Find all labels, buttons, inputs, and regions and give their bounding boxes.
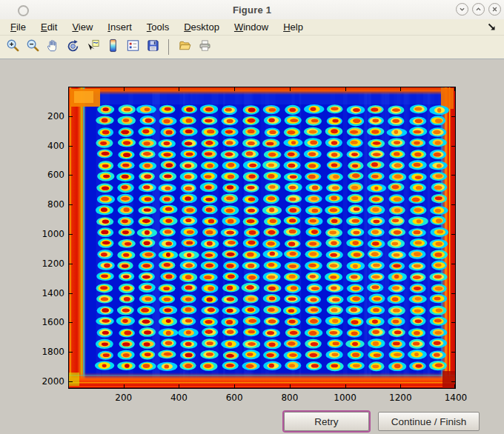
toolbar-separator <box>168 39 169 55</box>
y-tick-label: 1800 <box>26 347 64 357</box>
figure-client-area: 200400600800100012001400 200400600800100… <box>0 59 504 434</box>
chevron-down-icon <box>457 4 467 14</box>
print-figure-icon <box>198 39 212 56</box>
close-icon <box>490 4 500 14</box>
y-tick-label: 200 <box>26 111 64 121</box>
menu-tools[interactable]: Tools <box>139 19 176 35</box>
x-tick-label: 1400 <box>437 393 474 403</box>
figure-toolbar <box>0 36 504 59</box>
x-tick-label: 200 <box>105 393 142 403</box>
y-tick-label: 600 <box>26 170 64 180</box>
data-cursor-button[interactable] <box>84 38 102 57</box>
window-title: Figure 1 <box>0 4 504 16</box>
rotate-3d-icon <box>66 39 80 56</box>
title-bar[interactable]: Figure 1 <box>0 0 504 20</box>
save-figure-icon <box>146 39 160 56</box>
chevron-up-icon <box>474 4 483 14</box>
insert-legend-button[interactable] <box>124 38 142 57</box>
window-menu-icon[interactable] <box>18 5 29 16</box>
y-tick-label: 800 <box>26 199 64 210</box>
zoom-in-button[interactable] <box>4 38 21 57</box>
zoom-out-button[interactable] <box>24 38 42 57</box>
y-tick-label: 1000 <box>26 229 64 239</box>
minimize-button[interactable] <box>456 3 468 16</box>
menu-view[interactable]: View <box>64 19 100 35</box>
x-tick-label: 400 <box>160 393 197 403</box>
zoom-in-icon <box>6 39 20 56</box>
insert-legend-icon <box>126 39 140 56</box>
y-tick-label: 2000 <box>26 376 64 387</box>
continue-finish-button[interactable]: Continue / Finish <box>378 412 480 431</box>
plot-axes <box>68 87 456 389</box>
retry-button[interactable]: Retry <box>284 412 369 431</box>
y-tick-label: 400 <box>26 141 64 151</box>
rotate-3d-button[interactable] <box>64 38 82 57</box>
open-file-button[interactable] <box>176 38 193 57</box>
menu-help[interactable]: Help <box>276 19 311 35</box>
save-figure-button[interactable] <box>144 38 162 57</box>
zoom-out-icon <box>26 39 40 56</box>
menu-desktop[interactable]: Desktop <box>176 19 227 35</box>
insert-colorbar-icon <box>106 39 120 56</box>
pan-button[interactable] <box>44 38 62 57</box>
x-tick-label: 1200 <box>382 393 419 403</box>
plot-canvas[interactable] <box>68 87 456 389</box>
menu-insert[interactable]: Insert <box>100 19 139 35</box>
print-figure-button[interactable] <box>196 38 213 57</box>
menu-bar: FileEditViewInsertToolsDesktopWindowHelp <box>0 19 504 36</box>
menu-window[interactable]: Window <box>227 19 276 35</box>
x-tick-label: 600 <box>216 393 253 403</box>
data-cursor-icon <box>86 39 100 56</box>
open-file-icon <box>178 39 192 56</box>
menu-edit[interactable]: Edit <box>33 19 64 35</box>
y-tick-label: 1400 <box>26 288 64 298</box>
insert-colorbar-button[interactable] <box>104 38 122 57</box>
x-tick-label: 1000 <box>327 393 364 403</box>
maximize-button[interactable] <box>472 3 485 16</box>
figure-window: Figure 1 FileEditViewInsertToolsDesktopW… <box>0 0 504 434</box>
y-tick-label: 1600 <box>26 317 64 327</box>
x-tick-label: 800 <box>271 393 308 403</box>
y-tick-label: 1200 <box>26 258 64 269</box>
menu-bar-items: FileEditViewInsertToolsDesktopWindowHelp <box>3 19 311 35</box>
menu-file[interactable]: File <box>3 19 33 35</box>
window-controls <box>456 3 501 16</box>
pan-icon <box>46 39 60 56</box>
close-button[interactable] <box>488 3 501 16</box>
dock-figure-icon[interactable] <box>487 22 497 32</box>
